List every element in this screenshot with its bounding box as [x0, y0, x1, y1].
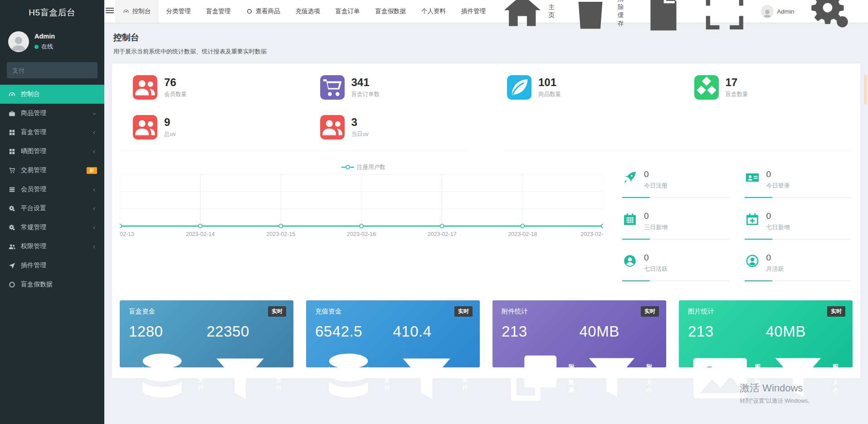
mini-stat-value: 0	[766, 253, 784, 263]
sidebar-item[interactable]: 盲盒假数据	[0, 275, 104, 294]
realtime-badge: 实时	[268, 306, 286, 317]
leaf-icon	[507, 75, 532, 100]
mini-stat-label: 月活跃	[766, 265, 784, 273]
mini-stat-progress-bar	[745, 239, 852, 240]
stat-card: 17 盲盒数量	[673, 75, 861, 111]
chart-section: 注册用户数02-132023-02-142023-02-152023-02-16…	[112, 151, 860, 290]
sidebar-item[interactable]: 权限管理	[0, 237, 104, 256]
realtime-badge: 实时	[641, 306, 659, 317]
filter-icon	[207, 346, 273, 414]
main-content: 控制台 用于展示当前系统中的统计数据、统计报表及重要实时数据 76 会员数量	[104, 23, 868, 424]
sidebar-item-label: 盲盒假数据	[21, 280, 97, 289]
nav-tab-label: 控制台	[132, 7, 151, 15]
cogs-icon	[806, 0, 856, 37]
nav-tab[interactable]: 查看商品	[239, 0, 288, 23]
stat-value: 101	[538, 77, 561, 88]
user-filled-icon	[622, 253, 638, 269]
fund-value-label: 待支付	[198, 369, 206, 392]
sidebar-menu: 控制台 商品管理 盲盒管理	[0, 85, 104, 294]
fund-card: 图片统计 实时 213 图片数量 40MB 图片大小	[679, 300, 853, 367]
file-icon	[638, 0, 688, 37]
nav-tabs: 控制台 分类管理 盲盒管理 查看商品	[115, 0, 493, 23]
cogs-icon	[8, 224, 16, 231]
sidebar-item-label: 权限管理	[21, 242, 87, 251]
fund-value-label: 已支付	[276, 369, 284, 392]
home-icon	[499, 0, 546, 35]
sidebar-item-label: 商品管理	[21, 109, 87, 117]
nav-tab[interactable]: 盲盒假数据	[368, 0, 414, 23]
fullscreen-button[interactable]	[694, 0, 756, 23]
mini-stat-progress-bar	[622, 197, 729, 198]
sidebar-item[interactable]: 盲盒管理	[0, 123, 104, 142]
stat-label: 当日uv	[351, 130, 369, 138]
svg-text:02-13: 02-13	[120, 231, 134, 237]
nav-tab-label: 个人资料	[421, 7, 446, 15]
fund-card-title: 充值资金	[315, 307, 471, 316]
svg-text:2023-02-17: 2023-02-17	[428, 231, 457, 237]
sidebar-item[interactable]: 插件管理	[0, 256, 104, 275]
sidebar-item[interactable]: 平台设置	[0, 199, 104, 218]
stat-label: 商品数量	[538, 91, 561, 98]
fund-value: 40MB	[580, 323, 658, 340]
file-log-button[interactable]	[632, 0, 694, 23]
rocket-icon	[622, 170, 638, 185]
mini-stat-value: 0	[644, 212, 668, 221]
sidebar-item[interactable]: 商品管理	[0, 104, 104, 123]
stat-value: 76	[164, 77, 187, 88]
top-navbar: 控制台 分类管理 盲盒管理 查看商品	[104, 0, 868, 23]
chevron-left-icon	[92, 187, 97, 192]
nav-tab[interactable]: 插件管理	[454, 0, 493, 23]
fund-card-title: 盲盒资金	[129, 307, 284, 316]
nav-tab[interactable]: 盲盒订单	[328, 0, 368, 23]
fund-value-label: 附件数量	[569, 363, 580, 394]
search-input[interactable]	[7, 62, 98, 78]
sidebar-item[interactable]: 晒图管理	[0, 142, 104, 161]
stat-value: 9	[164, 116, 176, 128]
chevron-left-icon	[92, 244, 97, 249]
home-link[interactable]: 主页	[493, 0, 561, 23]
fund-value: 213	[502, 323, 580, 340]
mini-stat: 0 月活跃	[745, 246, 852, 288]
stat-card: 76 会员数量	[112, 75, 299, 111]
stat-label: 总uv	[164, 130, 176, 138]
settings-button[interactable]	[800, 0, 862, 23]
fund-card-title: 图片统计	[688, 307, 844, 316]
nav-tab[interactable]: 盲盒管理	[199, 0, 239, 23]
new-badge: 新	[87, 167, 97, 174]
nav-tab[interactable]: 充值选项	[288, 0, 328, 23]
mini-stat: 0 三日新增	[622, 204, 729, 246]
sidebar-item[interactable]: 会员管理	[0, 180, 104, 199]
trash-icon	[566, 0, 614, 36]
fund-card: 附件统计 实时 213 附件数量 40MB 附件大小	[493, 300, 666, 367]
fund-card-title: 附件统计	[502, 307, 657, 316]
sidebar-toggle-button[interactable]	[104, 0, 115, 23]
sidebar-item-label: 交易管理	[21, 166, 82, 174]
calendar-icon	[622, 212, 638, 227]
fund-value-label: 待支付	[385, 369, 393, 392]
realtime-badge: 实时	[827, 306, 845, 317]
sidebar-item[interactable]: 交易管理 新	[0, 161, 104, 180]
nav-tab[interactable]: 分类管理	[159, 0, 199, 23]
fund-value: 40MB	[766, 323, 844, 340]
svg-text:2023-02-18: 2023-02-18	[508, 231, 537, 237]
fund-value-label: 附件大小	[646, 363, 657, 394]
nav-tab[interactable]: 个人资料	[414, 0, 454, 23]
stat-value: 17	[726, 77, 748, 88]
send-icon	[8, 262, 16, 270]
fund-value: 6542.5	[315, 323, 393, 340]
sidebar-item[interactable]: 控制台	[0, 85, 104, 104]
clear-cache-button[interactable]: 清除缓存	[561, 0, 632, 23]
mini-stat: 0 七日新增	[745, 204, 852, 246]
stat-value: 341	[351, 77, 380, 88]
scrollbar-thumb[interactable]	[864, 75, 867, 105]
user-menu[interactable]: Admin	[755, 0, 800, 23]
chevron-left-icon	[92, 130, 97, 135]
sidebar-item[interactable]: 常规管理	[0, 218, 104, 237]
nav-tab[interactable]: 控制台	[115, 0, 159, 23]
user-status: 在线	[41, 43, 53, 51]
mini-stat-progress-bar	[622, 239, 729, 240]
sidebar: H5盲盒后台 Admin 在线 控制台	[0, 0, 104, 424]
filter-icon	[580, 346, 644, 412]
online-dot	[34, 45, 39, 49]
grid-box-icon	[8, 148, 16, 155]
